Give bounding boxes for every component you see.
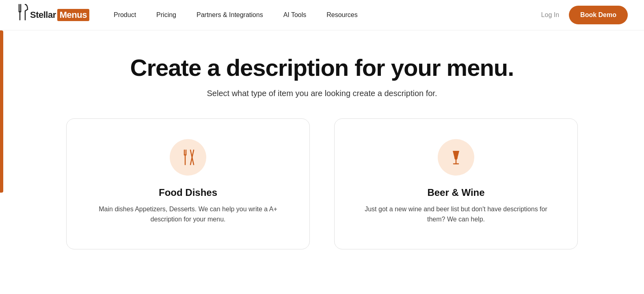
nav-link-pricing[interactable]: Pricing [156, 11, 176, 19]
logo-stellar: Stellar [30, 10, 56, 20]
wine-glass-icon [447, 148, 465, 166]
hero-title: Create a description for your menu. [130, 55, 514, 81]
beer-wine-title: Beer & Wine [427, 187, 484, 198]
logo-combined: StellarMenus [30, 9, 89, 21]
nav-link-ai-tools[interactable]: AI Tools [283, 11, 307, 19]
left-accent-bar [0, 30, 3, 193]
food-dishes-title: Food Dishes [159, 187, 217, 198]
book-demo-button[interactable]: Book Demo [569, 6, 628, 24]
main-content: Create a description for your menu. Sele… [0, 30, 644, 274]
logo-icon [16, 4, 29, 26]
beer-wine-description: Just got a new wine and beer list but do… [359, 204, 553, 225]
cards-container: Food Dishes Main dishes Appetizers, Dess… [58, 118, 586, 249]
logo-menus: Menus [57, 9, 89, 21]
login-button[interactable]: Log In [541, 11, 559, 19]
navigation: StellarMenus Product Pricing Partners & … [0, 0, 644, 30]
nav-link-product[interactable]: Product [114, 11, 136, 19]
food-dishes-icon-circle [170, 139, 206, 176]
beer-wine-icon-circle [438, 139, 474, 176]
hero-subtitle: Select what type of item you are looking… [207, 89, 437, 98]
nav-actions: Log In Book Demo [541, 6, 628, 24]
beer-wine-card[interactable]: Beer & Wine Just got a new wine and beer… [334, 118, 578, 249]
nav-links: Product Pricing Partners & Integrations … [114, 11, 541, 19]
logo[interactable]: StellarMenus [16, 4, 89, 26]
nav-link-partners[interactable]: Partners & Integrations [197, 11, 263, 19]
nav-link-resources[interactable]: Resources [326, 11, 357, 19]
food-dishes-card[interactable]: Food Dishes Main dishes Appetizers, Dess… [66, 118, 310, 249]
utensils-icon [179, 148, 197, 166]
food-dishes-description: Main dishes Appetizers, Desserts. We can… [91, 204, 285, 225]
